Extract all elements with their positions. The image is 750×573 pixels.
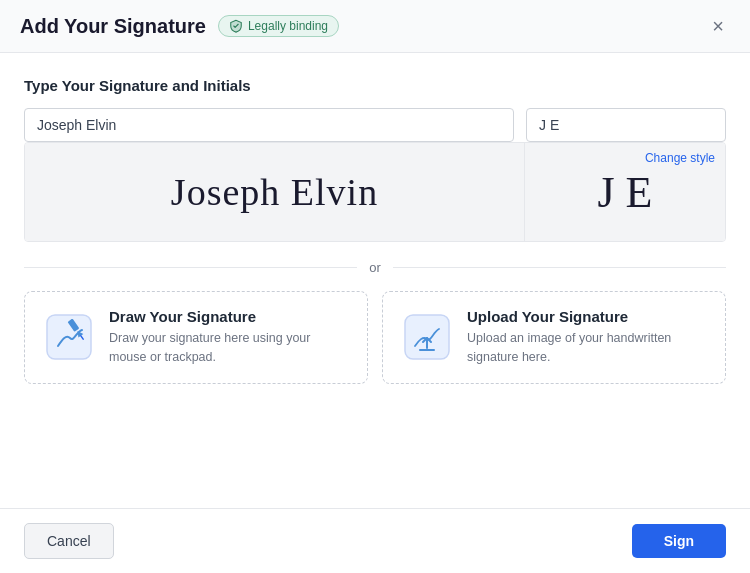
shield-icon [229,19,243,33]
options-row: Draw Your Signature Draw your signature … [24,291,726,384]
or-divider: or [24,260,726,275]
signature-field-wrapper [24,108,514,142]
header-left: Add Your Signature Legally binding [20,15,339,38]
signature-input[interactable] [24,108,514,142]
legally-binding-badge: Legally binding [218,15,339,37]
draw-icon-svg [44,312,94,362]
upload-option-text: Upload Your Signature Upload an image of… [467,308,707,367]
signature-preview-text: Joseph Elvin [171,170,378,214]
initials-field-wrapper [526,108,726,142]
cancel-button[interactable]: Cancel [24,523,114,559]
signature-preview-row: Joseph Elvin Change style J E [24,142,726,242]
change-style-link[interactable]: Change style [645,151,715,165]
draw-signature-card[interactable]: Draw Your Signature Draw your signature … [24,291,368,384]
upload-option-title: Upload Your Signature [467,308,707,325]
draw-option-text: Draw Your Signature Draw your signature … [109,308,349,367]
signature-preview-panel: Joseph Elvin [25,143,525,241]
dialog-footer: Cancel Sign [0,508,750,573]
upload-signature-icon [401,311,453,363]
upload-option-description: Upload an image of your handwritten sign… [467,329,707,367]
badge-label: Legally binding [248,19,328,33]
inputs-row [24,108,726,142]
initials-preview-panel: Change style J E [525,143,725,241]
initials-input[interactable] [526,108,726,142]
draw-option-description: Draw your signature here using your mous… [109,329,349,367]
upload-icon-svg [402,312,452,362]
upload-signature-card[interactable]: Upload Your Signature Upload an image of… [382,291,726,384]
initials-preview-text: J E [598,167,653,218]
dialog-title: Add Your Signature [20,15,206,38]
or-label: or [369,260,381,275]
dialog-body: Type Your Signature and Initials Joseph … [0,53,750,508]
close-button[interactable]: × [706,14,730,38]
section-title: Type Your Signature and Initials [24,77,726,94]
dialog-header: Add Your Signature Legally binding × [0,0,750,53]
sign-button[interactable]: Sign [632,524,726,558]
draw-option-title: Draw Your Signature [109,308,349,325]
draw-signature-icon [43,311,95,363]
